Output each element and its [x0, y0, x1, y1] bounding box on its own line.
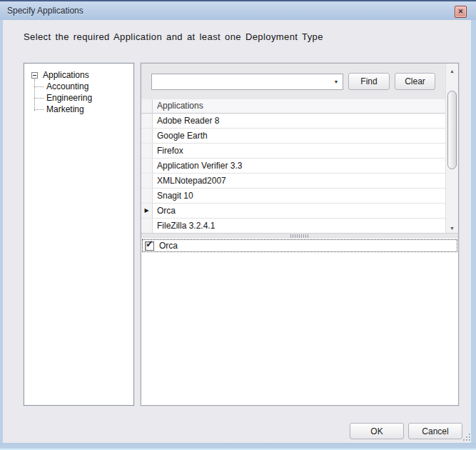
cancel-button[interactable]: Cancel	[408, 423, 462, 439]
ok-button[interactable]: OK	[350, 423, 404, 439]
tree-node-accounting[interactable]: Accounting	[24, 81, 133, 92]
application-cell[interactable]: XMLNotepad2007	[153, 174, 445, 189]
table-row[interactable]: Firefox	[141, 144, 445, 159]
tree-node-marketing[interactable]: Marketing	[24, 104, 133, 115]
table-row[interactable]: Snagit 10	[141, 189, 445, 204]
application-cell[interactable]: Orca	[153, 204, 445, 219]
scroll-up-icon[interactable]: ▲	[446, 65, 458, 76]
panel-splitter[interactable]	[141, 233, 458, 239]
row-indicator	[141, 144, 153, 159]
row-indicator	[141, 189, 153, 204]
grid-header-indicator	[141, 99, 153, 114]
scrollbar-thumb[interactable]	[447, 91, 457, 169]
table-row[interactable]: FileZilla 3.2.4.1	[141, 219, 445, 233]
applications-tree: Applications Accounting Engineering Mark…	[24, 64, 133, 115]
grid-header-applications[interactable]: Applications	[153, 99, 445, 114]
row-indicator	[141, 159, 153, 174]
tree-node-applications[interactable]: Applications	[24, 69, 133, 81]
scroll-down-icon[interactable]: ▼	[446, 222, 458, 234]
current-row-icon: ▶	[144, 208, 148, 214]
specify-applications-dialog: Specify Applications ✕ Select the requir…	[0, 0, 476, 450]
deployment-type-item-orca[interactable]: ✓ Orca	[142, 239, 457, 252]
tree-children: Accounting Engineering Marketing	[24, 81, 133, 115]
row-indicator	[141, 114, 153, 129]
application-cell[interactable]: Firefox	[153, 144, 445, 159]
clear-button[interactable]: Clear	[395, 73, 435, 90]
search-combobox[interactable]: ▼	[151, 74, 343, 90]
instruction-text: Select the required Application and at l…	[24, 31, 323, 42]
table-row[interactable]: Google Earth	[141, 129, 445, 144]
deployment-type-label: Orca	[159, 241, 178, 251]
checkbox-checked-icon[interactable]: ✓	[145, 241, 154, 251]
table-row[interactable]: Adobe Reader 8	[141, 114, 445, 129]
application-cell[interactable]: Adobe Reader 8	[153, 114, 445, 129]
row-indicator: ▶	[141, 204, 153, 219]
row-indicator	[141, 219, 153, 233]
combo-dropdown-icon[interactable]: ▼	[330, 74, 343, 89]
deployment-type-list: ✓ Orca	[141, 239, 458, 405]
grid-header-row: Applications	[141, 99, 445, 114]
window-border-bottom	[0, 443, 476, 450]
find-button[interactable]: Find	[348, 73, 390, 90]
window-titlebar[interactable]: Specify Applications ✕	[0, 0, 476, 20]
search-input[interactable]	[152, 74, 330, 89]
tree-root-label[interactable]: Applications	[43, 70, 89, 80]
table-row[interactable]: Application Verifier 3.3	[141, 159, 445, 174]
search-toolbar: ▼ Find Clear	[141, 64, 445, 99]
tree-node-engineering[interactable]: Engineering	[24, 92, 133, 104]
table-row[interactable]: XMLNotepad2007	[141, 174, 445, 189]
window-border-right	[471, 20, 476, 443]
window-title: Specify Applications	[7, 6, 83, 16]
table-row-current[interactable]: ▶ Orca	[141, 204, 445, 219]
application-cell[interactable]: Application Verifier 3.3	[153, 159, 445, 174]
dialog-client-area: Select the required Application and at l…	[0, 20, 476, 450]
applications-tree-panel: Applications Accounting Engineering Mark…	[24, 63, 134, 406]
close-icon: ✕	[458, 9, 464, 15]
application-cell[interactable]: Google Earth	[153, 129, 445, 144]
vertical-scrollbar[interactable]: ▲ ▼	[445, 64, 458, 235]
row-indicator	[141, 174, 153, 189]
row-indicator	[141, 129, 153, 144]
close-button[interactable]: ✕	[455, 6, 467, 18]
splitter-grip-icon[interactable]	[290, 234, 309, 238]
window-border-left	[0, 20, 3, 443]
application-cell[interactable]: Snagit 10	[153, 189, 445, 204]
resize-grip-icon[interactable]	[461, 431, 471, 441]
applications-grid: Applications Adobe Reader 8 Google Earth…	[141, 99, 445, 233]
collapse-expander-icon[interactable]	[31, 72, 38, 79]
application-cell[interactable]: FileZilla 3.2.4.1	[153, 219, 445, 233]
application-selection-panel: ▼ Find Clear ▲ ▼ Applications Adobe Read…	[141, 63, 459, 406]
